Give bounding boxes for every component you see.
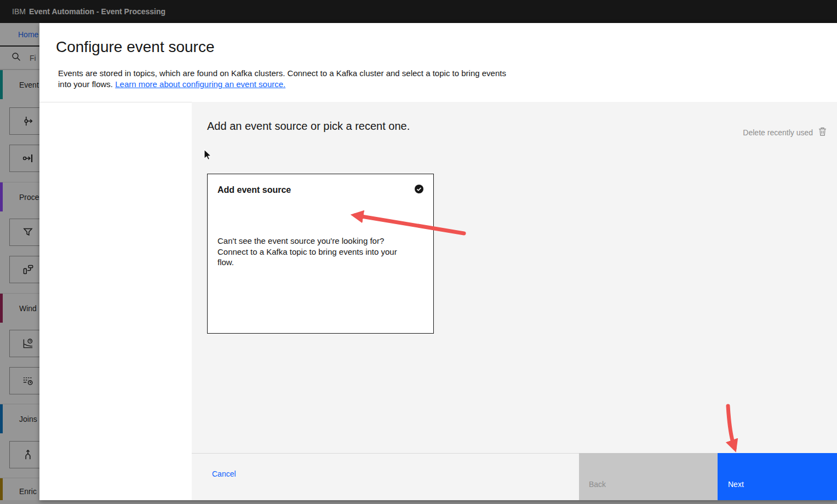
learn-more-link[interactable]: Learn more about configuring an event so… [115, 79, 285, 89]
card-description: Can't see the event source you're lookin… [217, 236, 399, 268]
back-button[interactable]: Back [579, 453, 718, 500]
panel-heading: Add an event source or pick a recent one… [207, 120, 410, 133]
modal-title: Configure event source [56, 38, 215, 56]
trash-icon [818, 127, 827, 138]
modal-side-column [39, 102, 192, 500]
delete-recent-label: Delete recently used [743, 128, 813, 137]
app-window: IBM Event Automation - Event Processing … [0, 0, 837, 504]
cancel-button[interactable]: Cancel [212, 469, 236, 478]
add-event-source-card[interactable]: Add event source Can't see the event sou… [207, 174, 434, 334]
event-source-panel: Add an event source or pick a recent one… [192, 102, 837, 453]
next-button[interactable]: Next [718, 453, 837, 500]
card-title: Add event source [217, 185, 291, 195]
delete-recently-used-button[interactable]: Delete recently used [739, 126, 830, 139]
modal-footer: Cancel [192, 453, 579, 500]
modal-description: Events are stored in topics, which are f… [58, 68, 509, 90]
selected-check-icon [414, 184, 424, 194]
configure-event-source-modal: Configure event source Events are stored… [39, 23, 837, 500]
